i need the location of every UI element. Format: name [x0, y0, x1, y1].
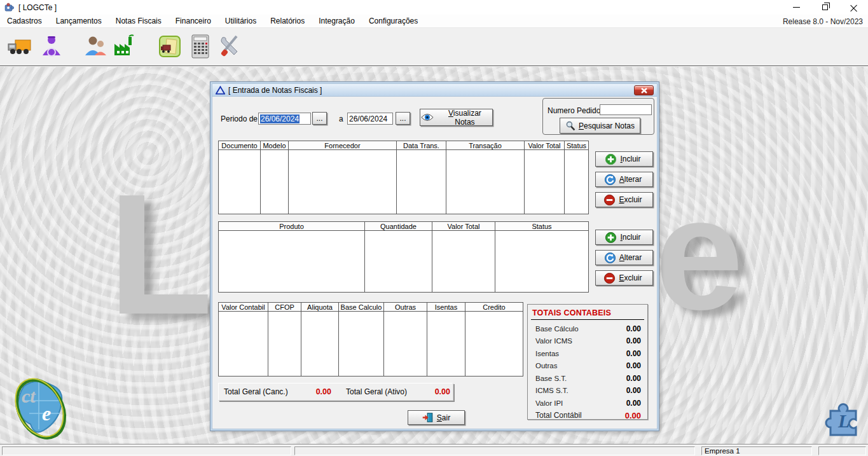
minus-circle-icon	[603, 272, 616, 284]
total-contabil-value: 0.00	[625, 411, 641, 420]
menu-integracao[interactable]: Integração	[312, 15, 362, 28]
svg-text:ct: ct	[22, 385, 36, 406]
tax-col-outras: Outras	[384, 303, 427, 312]
minimize-icon	[793, 7, 800, 8]
invoice-delete-button[interactable]: Excluir	[595, 192, 653, 207]
tax-col-credito: Credito	[465, 303, 523, 312]
period-label: Periodo de	[221, 114, 258, 123]
dialog-close-icon	[641, 88, 647, 93]
invoice-edit-button[interactable]: Alterar	[595, 172, 653, 187]
dialog-title: [ Entrada de Notas Fiscais ]	[228, 86, 322, 95]
period-to-label: a	[339, 114, 343, 123]
exit-door-icon	[422, 412, 434, 423]
calculator-icon[interactable]	[188, 34, 212, 59]
grand-total-active-value: 0.00	[415, 387, 450, 396]
refresh-circle-icon	[604, 252, 616, 264]
total-base-st-label: Base S.T.	[535, 375, 567, 382]
statusbar-panel-4	[818, 446, 866, 455]
totals-divider	[531, 319, 644, 320]
company-icon[interactable]	[112, 34, 136, 59]
statusbar-company-panel: Empresa 1	[701, 446, 812, 455]
invoice-entry-icon[interactable]	[158, 34, 182, 59]
menu-lancamentos[interactable]: Lançamentos	[49, 15, 109, 28]
total-base-calculo-value: 0.00	[626, 324, 641, 333]
menu-cadastros[interactable]: Cadastros	[0, 15, 49, 28]
invoices-col-fornecedor: Fornecedor	[289, 141, 396, 150]
invoices-grid[interactable]: Documento Modelo Fornecedor Data Trans. …	[218, 141, 589, 214]
dialog-client-area: Periodo de 26/06/2024 ... a 26/06/2024 .…	[212, 97, 658, 429]
tax-grid[interactable]: Valor Contabil CFOP Aliquota Base Calcul…	[218, 302, 523, 377]
total-base-calculo-label: Base Cálculo	[535, 325, 579, 333]
totals-title: TOTAIS CONTABEIS	[532, 308, 647, 317]
menu-relatorios[interactable]: Relatórios	[263, 15, 312, 28]
plus-circle-icon	[605, 153, 617, 165]
app-puzzle-icon	[4, 2, 15, 13]
total-outras-label: Outras	[535, 362, 558, 370]
period-from-field[interactable]: 26/06/2024	[258, 113, 311, 125]
product-edit-button[interactable]: Alterar	[595, 250, 653, 265]
menu-notas-fiscais[interactable]: Notas Fiscais	[109, 15, 169, 28]
menu-configuracoes[interactable]: Configurações	[362, 15, 425, 28]
order-number-input[interactable]	[600, 104, 652, 115]
product-add-button[interactable]: Incluir	[595, 230, 653, 245]
total-base-st-value: 0.00	[626, 374, 641, 383]
statusbar: Empresa 1	[0, 444, 868, 456]
invoices-col-status: Status	[565, 141, 588, 150]
grand-total-cancelled-label: Total Geral (Canc.)	[224, 387, 288, 396]
plus-circle-icon	[605, 231, 617, 244]
svg-text:L: L	[837, 410, 850, 431]
restore-button[interactable]	[811, 0, 839, 15]
tools-icon[interactable]	[217, 34, 242, 59]
invoices-col-transacao: Transação	[446, 141, 524, 150]
dialog-close-button[interactable]	[634, 85, 654, 95]
window-title: [ LOGCTe ]	[18, 3, 57, 12]
restore-icon	[822, 4, 828, 10]
products-grid[interactable]: Produto Quantidade Valor Total Status	[218, 221, 589, 293]
svg-text:e: e	[42, 402, 51, 425]
clients-icon[interactable]	[84, 34, 108, 59]
tax-col-isentas: Isentas	[427, 303, 465, 312]
tax-col-aliquota: Aliquota	[301, 303, 338, 312]
period-to-field[interactable]: 26/06/2024	[347, 113, 393, 125]
products-col-status: Status	[495, 222, 588, 231]
logcte-puzzle-logo: L	[824, 401, 862, 436]
total-isentas-value: 0.00	[626, 349, 641, 358]
total-contabil-label: Total Contábil	[535, 411, 582, 420]
period-from-value: 26/06/2024	[260, 114, 300, 123]
total-outras-value: 0.00	[626, 361, 641, 370]
close-button[interactable]	[839, 0, 868, 15]
driver-icon[interactable]	[39, 34, 64, 59]
product-delete-button[interactable]: Excluir	[595, 270, 653, 286]
toolbar	[0, 28, 868, 66]
menubar: Cadastros Lançamentos Notas Fiscais Fina…	[0, 15, 868, 28]
order-number-group: Numero Pedido Pesquisar Notas	[542, 98, 654, 135]
statusbar-panel-2	[294, 446, 695, 455]
total-icms-st-value: 0.00	[626, 386, 641, 395]
grand-total-cancelled-value: 0.00	[295, 387, 331, 396]
invoice-add-button[interactable]: Incluir	[595, 151, 653, 167]
refresh-circle-icon	[604, 174, 616, 186]
period-to-browse-button[interactable]: ...	[396, 112, 410, 125]
totals-panel: TOTAIS CONTABEIS Base Cálculo0.00 Valor …	[527, 304, 648, 420]
total-valor-icms-label: Valor ICMS	[535, 337, 572, 345]
order-number-label: Numero Pedido	[548, 106, 600, 115]
minimize-button[interactable]	[782, 0, 811, 15]
search-notes-button[interactable]: Pesquisar Notas	[560, 118, 640, 134]
invoices-col-modelo: Modelo	[261, 141, 288, 150]
desktop-background: L e ct e L [ Entrada de Notas Fiscais ]	[0, 67, 868, 444]
entrada-notas-dialog: [ Entrada de Notas Fiscais ] Periodo de …	[210, 81, 659, 431]
tax-col-base-calculo: Base Calculo	[339, 303, 383, 312]
view-notes-button[interactable]: Visualizar Notas	[420, 109, 493, 126]
menu-utilitarios[interactable]: Utilitários	[218, 15, 263, 28]
eye-icon	[420, 113, 434, 122]
period-to-value: 26/06/2024	[349, 114, 387, 123]
total-valor-ipi-label: Valor IPI	[535, 399, 563, 407]
period-from-browse-button[interactable]: ...	[312, 112, 327, 125]
grand-totals-panel: Total Geral (Canc.) 0.00 Total Geral (At…	[218, 383, 453, 401]
minus-circle-icon	[603, 194, 616, 206]
total-valor-ipi-value: 0.00	[626, 399, 641, 408]
truck-icon[interactable]	[8, 34, 32, 59]
exit-button[interactable]: Sair	[408, 410, 465, 425]
products-col-quantidade: Quantidade	[365, 222, 432, 231]
menu-financeiro[interactable]: Financeiro	[169, 15, 218, 28]
